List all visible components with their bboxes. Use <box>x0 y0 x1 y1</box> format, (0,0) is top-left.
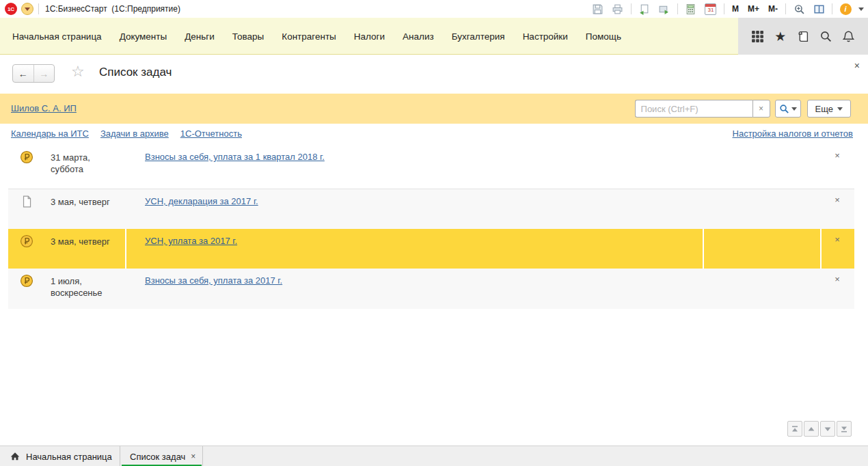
chevron-down-icon <box>25 8 30 11</box>
tab-home-page[interactable]: Начальная страница <box>0 446 120 466</box>
task-row[interactable]: 1 июля,воскресенье Взносы за себя, уплат… <box>8 269 854 309</box>
task-close-icon[interactable]: × <box>832 195 843 205</box>
form-header-row: ← → ☆ Список задач × <box>0 55 868 94</box>
link-1c-reporting[interactable]: 1С-Отчетность <box>180 128 242 139</box>
add-to-favorites-star-icon[interactable]: ☆ <box>71 64 85 79</box>
scroll-to-top-button[interactable] <box>787 421 802 437</box>
command-links-row: Календарь на ИТС Задачи в архиве 1С-Отче… <box>0 124 868 145</box>
menu-item-settings[interactable]: Настройки <box>523 31 568 42</box>
task-link[interactable]: Взносы за себя, уплата за 2017 г. <box>145 275 282 286</box>
menu-item-contractors[interactable]: Контрагенты <box>282 31 336 42</box>
all-functions-grid-icon[interactable] <box>750 28 766 44</box>
open-windows-tab-bar: Начальная страница Список задач × <box>0 446 868 466</box>
divider <box>38 3 39 14</box>
main-menu-button[interactable] <box>21 3 33 15</box>
list-pager <box>787 421 852 437</box>
clear-search-icon[interactable]: × <box>752 100 770 118</box>
task-close-icon[interactable]: × <box>832 274 843 284</box>
divider <box>677 3 678 14</box>
divider <box>832 3 832 14</box>
print-settings-icon[interactable] <box>657 2 671 16</box>
zoom-in-icon[interactable] <box>792 2 806 16</box>
divider <box>724 3 724 14</box>
calculator-icon[interactable] <box>684 2 698 16</box>
ruble-coin-icon <box>20 234 33 248</box>
command-links: Календарь на ИТС Задачи в архиве 1С-Отче… <box>11 128 242 139</box>
page-title: Список задач <box>99 66 172 79</box>
task-date: 3 мая, четверг <box>51 196 136 208</box>
tab-task-list[interactable]: Список задач × <box>120 446 203 466</box>
home-icon <box>10 451 21 462</box>
menu-item-documents[interactable]: Документы <box>120 31 167 42</box>
task-link[interactable]: Взносы за себя, уплата за 1 квартал 2018… <box>145 152 325 162</box>
history-navigation: ← → <box>12 64 55 83</box>
task-link[interactable]: УСН, уплата за 2017 г. <box>145 236 237 246</box>
divider <box>631 3 632 14</box>
menu-item-home[interactable]: Начальная страница <box>12 31 102 42</box>
document-icon <box>20 195 33 208</box>
calendar-icon[interactable]: 31 <box>704 2 718 16</box>
link-archived-tasks[interactable]: Задачи в архиве <box>100 128 169 139</box>
menu-item-analysis[interactable]: Анализ <box>403 31 434 42</box>
print-preview-icon[interactable] <box>638 2 651 16</box>
scroll-down-button[interactable] <box>820 421 835 437</box>
menu-item-money[interactable]: Деньги <box>185 31 215 42</box>
favorites-star-icon[interactable]: ★ <box>772 28 789 44</box>
more-button-label: Еще <box>815 104 833 114</box>
task-close-icon[interactable]: × <box>832 150 843 161</box>
link-its-calendar[interactable]: Календарь на ИТС <box>11 128 89 139</box>
column-divider <box>820 229 822 269</box>
divider <box>785 3 786 14</box>
service-icon-panel: ★ <box>738 18 868 55</box>
chevron-down-icon <box>837 107 843 111</box>
task-date: 1 июля,воскресенье <box>51 275 136 299</box>
forward-button[interactable]: → <box>34 65 55 82</box>
tab-close-icon[interactable]: × <box>191 452 195 461</box>
search-input[interactable] <box>635 100 752 118</box>
memory-recall-button[interactable]: M <box>731 4 740 14</box>
history-scroll-icon[interactable] <box>795 28 811 44</box>
task-date: 31 марта,суббота <box>51 152 136 175</box>
window-title: 1С:БизнесСтарт (1С:Предприятие) <box>45 4 180 14</box>
close-form-icon[interactable]: × <box>854 60 860 71</box>
search-button[interactable] <box>775 100 801 118</box>
1c-logo-icon: 1С <box>5 3 17 15</box>
notifications-bell-icon[interactable] <box>840 28 856 44</box>
info-icon[interactable]: i <box>839 2 852 16</box>
menu-item-help[interactable]: Помощь <box>586 31 621 42</box>
search-area: × Еще <box>635 100 851 118</box>
split-window-icon[interactable] <box>812 2 826 16</box>
task-close-icon[interactable]: × <box>832 234 843 245</box>
print-icon[interactable] <box>611 2 625 16</box>
link-tax-settings[interactable]: Настройка налогов и отчетов <box>733 128 853 139</box>
memory-minus-button[interactable]: M- <box>767 4 779 14</box>
menu-item-goods[interactable]: Товары <box>232 31 264 42</box>
chevron-down-icon <box>791 107 797 111</box>
more-button[interactable]: Еще <box>807 100 851 118</box>
scroll-up-button[interactable] <box>804 421 819 437</box>
menu-item-accounting[interactable]: Бухгалтерия <box>452 31 505 42</box>
task-date: 3 мая, четверг <box>51 236 136 247</box>
title-bar: 1С 1С:БизнесСтарт (1С:Предприятие) <box>0 0 868 18</box>
tab-label: Список задач <box>130 452 185 462</box>
chevron-down-icon[interactable] <box>858 8 864 11</box>
application-window: 1С 1С:БизнесСтарт (1С:Предприятие) <box>0 0 868 466</box>
column-divider <box>703 229 704 269</box>
tab-label: Начальная страница <box>26 452 112 462</box>
save-icon[interactable] <box>591 2 605 16</box>
main-menu-bar: Начальная страница Документы Деньги Това… <box>0 18 868 55</box>
task-row[interactable]: 31 марта,суббота Взносы за себя, уплата … <box>8 145 854 189</box>
task-link[interactable]: УСН, декларация за 2017 г. <box>145 196 258 206</box>
column-divider <box>125 229 126 269</box>
organization-link[interactable]: Шилов С. А. ИП <box>11 103 77 113</box>
scroll-to-bottom-button[interactable] <box>837 421 852 437</box>
menu-item-taxes[interactable]: Налоги <box>354 31 385 42</box>
task-row-selected[interactable]: 3 мая, четверг УСН, уплата за 2017 г. × <box>8 229 854 269</box>
menu-items: Начальная страница Документы Деньги Това… <box>12 18 621 55</box>
memory-plus-button[interactable]: M+ <box>746 4 761 14</box>
search-icon <box>779 104 789 114</box>
back-button[interactable]: ← <box>13 65 34 82</box>
task-row[interactable]: 3 мая, четверг УСН, декларация за 2017 г… <box>8 189 854 229</box>
search-icon[interactable] <box>817 28 834 44</box>
ruble-coin-icon <box>20 274 33 288</box>
